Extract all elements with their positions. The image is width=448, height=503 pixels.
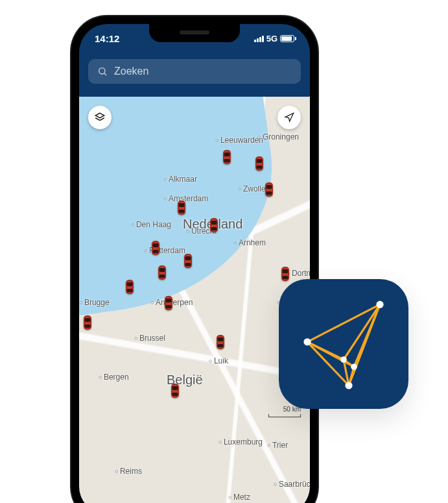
svg-rect-5: [224, 153, 230, 156]
svg-rect-22: [211, 227, 217, 230]
app-header: Zoeken: [79, 53, 310, 93]
city-label: Saarbrücken: [274, 480, 310, 489]
svg-rect-41: [127, 282, 133, 286]
network-icon: [292, 292, 395, 396]
vehicle-marker[interactable]: [215, 334, 226, 350]
vehicle-marker[interactable]: [280, 265, 290, 282]
vehicle-marker[interactable]: [183, 252, 193, 269]
vehicle-marker[interactable]: [254, 155, 265, 172]
svg-rect-29: [185, 256, 191, 260]
search-icon: [97, 66, 108, 77]
svg-rect-53: [218, 337, 224, 341]
svg-rect-30: [185, 263, 191, 266]
city-label: Luxemburg: [218, 437, 263, 447]
vehicle-marker[interactable]: [222, 149, 232, 166]
status-network: 5G: [266, 34, 277, 43]
city-label: Alkmaar: [163, 175, 197, 184]
vehicle-marker[interactable]: [163, 295, 174, 312]
layers-button[interactable]: [88, 106, 112, 129]
svg-rect-25: [153, 243, 159, 247]
scale-bar: [268, 414, 301, 417]
battery-icon: [280, 35, 294, 42]
city-label: Brussel: [134, 334, 165, 343]
vehicle-marker[interactable]: [82, 314, 93, 331]
svg-rect-46: [166, 305, 172, 308]
svg-line-1: [104, 73, 106, 75]
search-input[interactable]: Zoeken: [88, 59, 301, 84]
city-label: Reims: [115, 467, 142, 476]
city-label: Metz: [228, 493, 250, 502]
svg-rect-33: [159, 268, 165, 272]
vehicle-marker[interactable]: [150, 239, 161, 256]
locate-button[interactable]: [277, 106, 301, 129]
svg-rect-18: [266, 191, 272, 195]
svg-rect-9: [257, 159, 263, 163]
phone-notch: [149, 24, 240, 42]
navigation-icon: [284, 112, 294, 123]
svg-rect-54: [218, 344, 224, 347]
svg-marker-3: [285, 113, 294, 121]
svg-rect-17: [266, 185, 272, 189]
vehicle-marker[interactable]: [124, 278, 135, 295]
app-icon: [279, 279, 408, 409]
svg-line-63: [307, 342, 349, 386]
map-scale: 50 km: [268, 406, 301, 417]
svg-line-60: [307, 304, 380, 342]
svg-rect-57: [172, 386, 178, 390]
city-label: Den Haag: [131, 220, 171, 229]
svg-rect-13: [179, 203, 185, 207]
svg-rect-14: [179, 210, 185, 213]
city-label: Luik: [209, 356, 228, 365]
svg-rect-45: [166, 299, 172, 302]
svg-point-73: [351, 363, 357, 370]
svg-rect-49: [85, 318, 91, 322]
city-label: Brugge: [79, 298, 110, 307]
svg-rect-37: [283, 269, 289, 273]
svg-point-72: [340, 356, 347, 363]
svg-rect-50: [85, 325, 91, 328]
search-placeholder: Zoeken: [114, 66, 148, 77]
signal-icon: [254, 35, 264, 42]
map[interactable]: NederlandBelgië LeeuwardenGroningenAlkma…: [79, 97, 310, 503]
svg-point-70: [303, 338, 311, 345]
status-time: 14:12: [95, 33, 119, 44]
vehicle-marker[interactable]: [157, 264, 167, 281]
svg-rect-38: [283, 276, 289, 279]
svg-point-71: [376, 301, 383, 308]
svg-rect-26: [153, 250, 159, 253]
svg-marker-2: [95, 113, 104, 118]
vehicle-marker[interactable]: [176, 199, 187, 216]
city-label: Leeuwarden: [215, 136, 263, 145]
city-label: Trier: [267, 441, 288, 450]
svg-rect-21: [211, 221, 217, 225]
vehicle-marker[interactable]: [170, 382, 180, 399]
vehicle-marker[interactable]: [264, 181, 274, 198]
layers-icon: [94, 112, 106, 123]
city-label: Groningen: [257, 132, 299, 141]
svg-rect-58: [172, 393, 178, 396]
vehicle-marker[interactable]: [209, 217, 219, 234]
city-label: Arnhem: [233, 238, 266, 247]
phone-frame: 14:12 5G Zoeken: [71, 16, 318, 503]
svg-rect-34: [159, 275, 165, 278]
city-label: Zwolle: [238, 184, 266, 193]
svg-rect-10: [257, 166, 263, 169]
svg-rect-6: [224, 159, 230, 162]
status-right: 5G: [254, 34, 294, 43]
svg-point-74: [345, 382, 352, 389]
svg-rect-42: [127, 289, 133, 292]
city-label: Bergen: [99, 373, 129, 382]
phone-screen: 14:12 5G Zoeken: [79, 24, 310, 503]
svg-point-0: [99, 68, 105, 74]
